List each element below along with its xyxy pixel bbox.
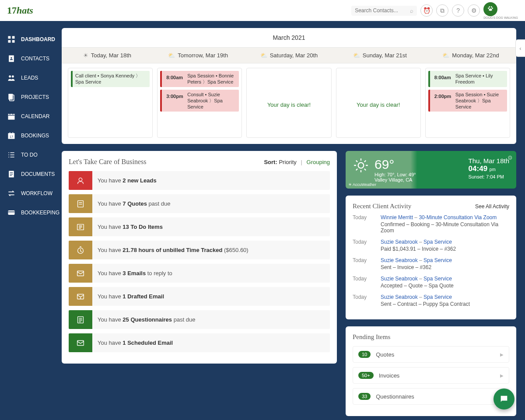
pending-item[interactable]: 50+Invoices▶ bbox=[353, 367, 509, 384]
calendar-day-header: ☀ Today, Mar 18th bbox=[62, 48, 153, 63]
business-item[interactable]: You have 25 Questionnaires past due bbox=[69, 310, 330, 329]
weather-temp: 69° bbox=[374, 157, 416, 172]
gear-icon[interactable]: ⚙ bbox=[508, 154, 513, 161]
calendar-event[interactable]: 3:00pmConsult • Suzie Seabrook 〉Spa Serv… bbox=[160, 90, 239, 112]
sidebar-item-leads[interactable]: LEADS bbox=[0, 68, 62, 88]
mail-icon bbox=[69, 333, 92, 352]
calendar-day-card[interactable]: 8:00amSpa Service • Lily Freedom2:00pmSp… bbox=[425, 68, 510, 138]
quote-icon bbox=[69, 194, 92, 213]
calendar-event[interactable]: Call client • Sonya Kennedy 〉Spa Service bbox=[71, 71, 150, 87]
business-item[interactable]: You have 21.78 hours of unbilled Time Tr… bbox=[69, 241, 330, 259]
activity-row: TodaySuzie Seabrook – Spa ServiceSent – … bbox=[353, 294, 509, 307]
sidebar-item-documents[interactable]: DOCUMENTS bbox=[0, 164, 62, 184]
svg-rect-26 bbox=[77, 340, 84, 345]
calendar-day-card[interactable]: Call client • Sonya Kennedy 〉Spa Service bbox=[68, 68, 153, 138]
business-item[interactable]: You have 2 new Leads bbox=[69, 171, 330, 190]
business-item[interactable]: You have 3 Emails to reply to bbox=[69, 264, 330, 283]
pending-item[interactable]: 33Questionnaires▶ bbox=[353, 388, 509, 405]
svg-rect-5 bbox=[12, 36, 15, 39]
svg-point-2 bbox=[489, 6, 490, 7]
svg-rect-20 bbox=[78, 200, 84, 207]
weather-highlow: High: 70°, Low: 49° bbox=[374, 172, 416, 177]
activity-title: Recent Client Activity bbox=[353, 203, 411, 210]
activity-client-link[interactable]: Suzie Seabrook bbox=[381, 257, 418, 263]
sidebar-item-to-do[interactable]: TO DO bbox=[0, 145, 62, 164]
timer-icon bbox=[69, 241, 92, 259]
sort-grouping[interactable]: Grouping bbox=[307, 159, 330, 165]
svg-point-10 bbox=[9, 75, 11, 77]
business-title: Let's Take Care of Business bbox=[69, 158, 146, 166]
pending-item[interactable]: 10Quotes▶ bbox=[353, 346, 509, 363]
activity-client-link[interactable]: Suzie Seabrook bbox=[381, 294, 418, 300]
business-item[interactable]: You have 7 Quotes past due bbox=[69, 194, 330, 213]
form-icon bbox=[69, 310, 92, 329]
alarm-icon[interactable]: ⏰ bbox=[420, 4, 433, 17]
business-item[interactable]: You have 13 To Do Items bbox=[69, 217, 330, 236]
business-item[interactable]: You have 1 Drafted Email bbox=[69, 287, 330, 306]
business-item[interactable]: You have 1 Scheduled Email bbox=[69, 333, 330, 352]
activity-client-link[interactable]: Suzie Seabrook bbox=[381, 276, 418, 282]
day-clear-text: Your day is clear! bbox=[249, 102, 328, 108]
sidebar-item-projects[interactable]: PROJECTS bbox=[0, 88, 62, 107]
top-bar: 17hats ⌕ ⏰ ⧉ ? ⚙ DOUG'S DOG WALKING bbox=[0, 0, 525, 21]
help-icon[interactable]: ? bbox=[452, 4, 464, 17]
svg-text:17: 17 bbox=[10, 135, 13, 139]
calendar-day-card[interactable]: Your day is clear! bbox=[336, 68, 421, 138]
sidebar-item-bookings[interactable]: 17BOOKINGS bbox=[0, 126, 62, 145]
svg-rect-4 bbox=[8, 36, 11, 39]
settings-icon[interactable]: ⚙ bbox=[468, 4, 480, 17]
avatar[interactable] bbox=[483, 2, 497, 16]
chat-fab[interactable] bbox=[494, 388, 514, 410]
search-input-wrap[interactable]: ⌕ bbox=[351, 6, 417, 16]
sort-control[interactable]: Sort: Priority | Grouping bbox=[264, 159, 330, 165]
search-input[interactable] bbox=[355, 7, 410, 14]
calendar-day-card[interactable]: 8:00amSpa Session • Bonnie Peters 〉Spa S… bbox=[157, 68, 242, 138]
list-icon bbox=[69, 217, 92, 236]
count-badge: 10 bbox=[358, 351, 371, 358]
svg-rect-6 bbox=[8, 40, 11, 43]
see-all-activity-link[interactable]: See All Activity bbox=[475, 203, 509, 210]
svg-rect-23 bbox=[77, 271, 84, 276]
user-icon bbox=[69, 171, 92, 190]
account-label: DOUG'S DOG WALKING bbox=[483, 16, 518, 19]
activity-service-link[interactable]: Spa Service bbox=[424, 276, 452, 282]
drawer-toggle[interactable]: ‹ bbox=[515, 39, 525, 57]
sidebar: DASHBOARDCONTACTSLEADSPROJECTSCALENDAR17… bbox=[0, 21, 62, 420]
brand-logo[interactable]: 17hats bbox=[7, 5, 33, 16]
activity-service-link[interactable]: Spa Service bbox=[424, 257, 452, 263]
calendar-event[interactable]: 8:00amSpa Service • Lily Freedom bbox=[428, 71, 507, 87]
sidebar-item-bookkeeping[interactable]: BOOKKEEPING bbox=[0, 203, 62, 222]
calendar-day-card[interactable]: Your day is clear! bbox=[246, 68, 331, 138]
svg-point-0 bbox=[488, 7, 489, 9]
activity-client-link[interactable]: Winnie Merritt bbox=[381, 214, 413, 220]
calendar-day-header: ⛅ Sunday, Mar 21st bbox=[334, 48, 425, 63]
calendar-day-header: ⛅ Monday, Mar 22nd bbox=[425, 48, 516, 63]
count-badge: 33 bbox=[358, 393, 371, 400]
calendar-day-header: ⛅ Saturday, Mar 20th bbox=[244, 48, 335, 63]
count-badge: 50+ bbox=[358, 372, 374, 379]
copy-icon[interactable]: ⧉ bbox=[436, 4, 448, 17]
business-panel: Let's Take Care of Business Sort: Priori… bbox=[62, 151, 337, 364]
weather-mini-icon: ☀ bbox=[83, 52, 88, 59]
sort-priority[interactable]: Priority bbox=[279, 159, 296, 165]
weather-mini-icon: ⛅ bbox=[168, 52, 175, 59]
sidebar-item-dashboard[interactable]: DASHBOARD bbox=[0, 30, 62, 49]
calendar-panel: March 2021 ☀ Today, Mar 18th⛅ Tomorrow, … bbox=[62, 28, 516, 144]
activity-client-link[interactable]: Suzie Seabrook bbox=[381, 239, 418, 245]
sidebar-item-contacts[interactable]: CONTACTS bbox=[0, 49, 62, 68]
calendar-event[interactable]: 8:00amSpa Session • Bonnie Peters 〉Spa S… bbox=[160, 71, 239, 87]
pending-title: Pending Items bbox=[353, 333, 509, 341]
day-clear-text: Your day is clear! bbox=[339, 102, 418, 108]
draft-icon bbox=[69, 287, 92, 306]
sidebar-item-calendar[interactable]: CALENDAR bbox=[0, 107, 62, 126]
mail-icon bbox=[69, 264, 92, 283]
activity-service-link[interactable]: 30-Minute Consultation Via Zoom bbox=[419, 214, 497, 220]
svg-point-9 bbox=[10, 57, 12, 59]
search-icon: ⌕ bbox=[410, 7, 413, 14]
activity-service-link[interactable]: Spa Service bbox=[424, 294, 452, 300]
calendar-event[interactable]: 2:00pmSpa Session • Suzie Seabrook 〉Spa … bbox=[428, 90, 507, 112]
svg-point-3 bbox=[491, 6, 492, 7]
pending-panel: Pending Items 10Quotes▶50+Invoices▶33Que… bbox=[346, 326, 516, 416]
sidebar-item-workflow[interactable]: WORKFLOW bbox=[0, 184, 62, 203]
activity-service-link[interactable]: Spa Service bbox=[424, 239, 452, 245]
